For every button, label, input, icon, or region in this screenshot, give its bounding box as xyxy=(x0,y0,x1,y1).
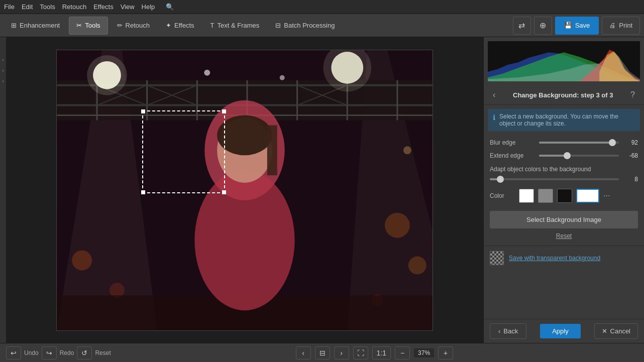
blur-edge-thumb[interactable] xyxy=(609,139,616,146)
enhancement-icon: ⊞ xyxy=(11,22,17,29)
color-swatch-selected[interactable] xyxy=(576,189,599,203)
zoom-fit-button[interactable]: 1:1 xyxy=(372,346,391,359)
info-text: Select a new background. You can move th… xyxy=(499,113,635,127)
print-button[interactable]: 🖨 Print xyxy=(602,17,640,35)
reset-link[interactable]: Reset xyxy=(490,230,638,242)
extend-edge-row: Extend edge -68 xyxy=(490,152,638,159)
panel-title: Change Background: step 3 of 3 xyxy=(513,91,613,99)
extend-edge-thumb[interactable] xyxy=(564,152,571,159)
text-frames-tab[interactable]: T Text & Frames xyxy=(203,17,267,35)
next-image-button[interactable]: › xyxy=(334,346,349,359)
extend-edge-value: -68 xyxy=(623,152,638,159)
svg-point-21 xyxy=(87,55,127,95)
panel-back-btn[interactable]: ‹ xyxy=(490,89,498,100)
save-button[interactable]: 💾 Save xyxy=(555,17,599,35)
checkerboard-icon xyxy=(490,251,504,265)
menu-file[interactable]: File xyxy=(4,3,15,11)
toolbar-extra2-button[interactable]: ⊕ xyxy=(534,17,552,35)
retouch-icon: ✏ xyxy=(117,22,123,29)
thumbnails-button[interactable]: ⊟ xyxy=(315,346,330,359)
controls-area: Blur edge 92 Extend edge -68 Adap xyxy=(484,135,644,207)
tools-tab[interactable]: ✂ Tools xyxy=(69,17,108,35)
menu-bar: File Edit Tools Retouch Effects View Hel… xyxy=(0,0,644,14)
effects-tab[interactable]: ✦ Effects xyxy=(159,17,201,35)
background-svg xyxy=(57,50,433,330)
adapt-slider-track[interactable] xyxy=(490,178,619,180)
fullscreen-button[interactable]: ⛶ xyxy=(353,346,368,359)
collapse-arrow-3[interactable]: › xyxy=(2,78,4,84)
svg-rect-37 xyxy=(267,125,277,175)
svg-point-36 xyxy=(217,115,272,155)
menu-retouch[interactable]: Retouch xyxy=(62,3,86,11)
blur-edge-value: 92 xyxy=(623,139,638,146)
text-icon: T xyxy=(210,22,214,29)
zoom-out-button[interactable]: − xyxy=(395,346,410,359)
apply-button[interactable]: Apply xyxy=(540,324,581,338)
info-box: ℹ Select a new background. You can move … xyxy=(488,109,640,131)
zoom-value: 37% xyxy=(414,348,434,357)
color-more-btn[interactable]: ··· xyxy=(603,191,610,200)
prev-image-button[interactable]: ‹ xyxy=(296,346,311,359)
svg-point-24 xyxy=(204,69,210,75)
left-sidebar[interactable]: › › › xyxy=(0,37,6,343)
color-swatch-gray[interactable] xyxy=(538,189,553,203)
main-area: › › › xyxy=(0,37,644,343)
color-label: Color xyxy=(490,192,515,199)
menu-view[interactable]: View xyxy=(121,3,135,11)
svg-point-34 xyxy=(194,170,294,310)
zoom-in-button[interactable]: + xyxy=(438,346,453,359)
color-row: Color ··· xyxy=(490,189,638,203)
blur-edge-label: Blur edge xyxy=(490,139,535,146)
reset-label: Reset xyxy=(95,349,111,356)
histogram xyxy=(488,41,640,81)
color-swatch-white[interactable] xyxy=(519,189,534,203)
blur-edge-slider-track[interactable] xyxy=(539,142,619,144)
redo-label: Redo xyxy=(60,349,74,356)
collapse-arrow-1[interactable]: › xyxy=(2,57,4,63)
adapt-thumb[interactable] xyxy=(497,176,504,183)
enhancement-tab[interactable]: ⊞ Enhancement xyxy=(4,17,67,35)
canvas-area[interactable] xyxy=(6,37,483,343)
adapt-slider-row: 8 xyxy=(490,176,638,183)
toolbar: ⊞ Enhancement ✂ Tools ✏ Retouch ✦ Effect… xyxy=(0,14,644,37)
tools-icon: ✂ xyxy=(76,22,82,29)
adapt-colors-section: Adapt object colors to the background 8 xyxy=(490,165,638,183)
batch-processing-tab[interactable]: ⊟ Batch Processing xyxy=(268,17,342,35)
action-bar: ‹ Back Apply ✕ Cancel xyxy=(484,319,644,343)
cancel-icon: ✕ xyxy=(602,327,607,335)
toolbar-extra1-button[interactable]: ⇄ xyxy=(513,17,531,35)
right-panel: ‹ Change Background: step 3 of 3 ? ℹ Sel… xyxy=(483,37,644,343)
svg-point-31 xyxy=(403,146,411,154)
extend-edge-label: Extend edge xyxy=(490,152,535,159)
reset-button[interactable]: ↺ xyxy=(77,346,92,359)
panel-header: ‹ Change Background: step 3 of 3 ? xyxy=(484,85,644,105)
panel-spacer xyxy=(484,270,644,319)
svg-point-28 xyxy=(385,212,410,237)
bottom-left: ↩ Undo ↪ Redo ↺ Reset xyxy=(6,346,111,359)
search-icon[interactable]: 🔍 xyxy=(166,3,174,11)
blur-edge-row: Blur edge 92 xyxy=(490,139,638,146)
select-background-image-button[interactable]: Select Background Image xyxy=(490,211,638,228)
svg-point-29 xyxy=(408,256,426,274)
cancel-button[interactable]: ✕ Cancel xyxy=(594,323,638,339)
back-button[interactable]: ‹ Back xyxy=(490,323,526,339)
svg-point-26 xyxy=(72,250,92,270)
batch-icon: ⊟ xyxy=(275,22,281,29)
collapse-arrow-2[interactable]: › xyxy=(2,68,4,73)
panel-help-btn[interactable]: ? xyxy=(627,89,638,100)
menu-help[interactable]: Help xyxy=(142,3,155,11)
extend-edge-slider-track[interactable] xyxy=(539,155,619,157)
adapt-value: 8 xyxy=(623,176,638,183)
transparent-bg-label[interactable]: Save with transparent background xyxy=(509,255,600,262)
redo-button[interactable]: ↪ xyxy=(42,346,57,359)
menu-edit[interactable]: Edit xyxy=(22,3,33,11)
menu-tools[interactable]: Tools xyxy=(40,3,55,11)
retouch-tab[interactable]: ✏ Retouch xyxy=(110,17,157,35)
canvas-image xyxy=(56,50,433,331)
undo-label: Undo xyxy=(24,349,39,356)
color-swatch-black[interactable] xyxy=(557,189,572,203)
print-icon: 🖨 xyxy=(609,22,616,29)
menu-effects[interactable]: Effects xyxy=(93,3,114,11)
undo-button[interactable]: ↩ xyxy=(6,346,21,359)
adapt-colors-label: Adapt object colors to the background xyxy=(490,166,591,173)
